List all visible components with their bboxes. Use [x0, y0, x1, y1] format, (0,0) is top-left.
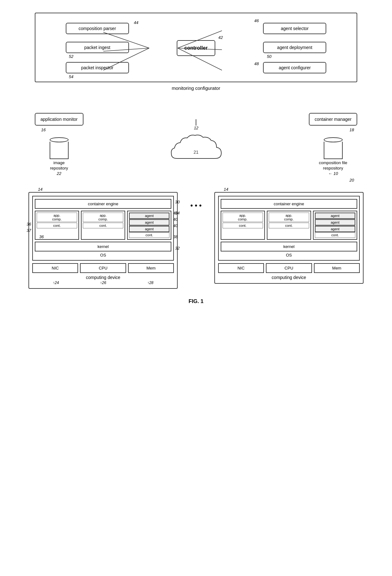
right-container-engine: container engine	[221, 199, 357, 209]
agent-box-2: agent	[129, 219, 169, 226]
ref-48: 48	[254, 61, 259, 66]
ref-54: 54	[69, 74, 73, 79]
right-device-wrapper: 14 container engine app.comp. cont.	[214, 192, 364, 284]
right-hardware-row: NIC CPU Mem	[218, 263, 360, 273]
devices-section: 14 30 container engine 34 app.comp. c	[28, 192, 364, 289]
fig-caption: FIG. 1	[22, 298, 370, 305]
app-monitor-box: application monitor	[35, 113, 83, 126]
app-comp-2: app.comp.	[83, 213, 123, 222]
image-repository: imagerepository 22	[50, 137, 69, 176]
ref-14-left: 14	[38, 187, 42, 192]
ref-14-right: 14	[224, 187, 228, 192]
left-containers-row: app.comp. cont. app.comp. cont. 40 40	[35, 211, 171, 240]
right-container-3: agent agent agent cont.	[313, 211, 357, 240]
right-computing-device-label: computing device	[218, 275, 360, 280]
packet-ingest-box: packet ingest	[66, 42, 129, 53]
agent-box-3: agent	[129, 226, 169, 232]
ref-12: 12	[194, 126, 198, 130]
left-computing-device-label: computing device	[32, 275, 174, 280]
ref-30-left: 30	[175, 200, 180, 204]
cont-2: cont.	[83, 223, 123, 228]
left-mem: Mem	[128, 263, 174, 273]
composition-file-repository: composition filerespository ← 10	[319, 137, 347, 176]
ref-16: 16	[41, 127, 46, 132]
r-agent-box-1: agent	[315, 213, 355, 219]
ref-10: ← 10	[328, 171, 338, 176]
controller-box: controller	[177, 40, 215, 56]
ref-40-1: 40	[173, 211, 178, 215]
left-kernel: kernel	[35, 242, 171, 251]
packet-inspector-box: packet inspector	[66, 62, 129, 73]
container-manager-box: container manager	[309, 113, 357, 126]
ref-38: 38	[173, 234, 178, 239]
left-hardware-row: NIC CPU Mem	[32, 263, 174, 273]
ref-20: 20	[350, 178, 354, 183]
left-container-2: app.comp. cont.	[81, 211, 125, 240]
ref-40-2: 40	[173, 217, 178, 222]
agent-selector-box: agent selector	[263, 23, 326, 34]
agent-configurer-box: agent configurer	[263, 62, 326, 73]
left-middle: application monitor 16 imagerepository 2…	[35, 110, 83, 176]
right-middle: container manager 18 composition fileres…	[309, 110, 357, 183]
ellipsis: • • •	[190, 201, 201, 210]
ref-22: 22	[57, 171, 61, 176]
app-comp-1: app.comp.	[37, 213, 77, 222]
left-os-box: 30 container engine 34 app.comp. cont.	[32, 196, 174, 261]
left-device-wrapper: 14 30 container engine 34 app.comp. c	[28, 192, 178, 289]
agent-box-1: agent	[129, 213, 169, 219]
cylinder-top-right	[324, 137, 343, 142]
r-agent-box-3: agent	[315, 226, 355, 232]
left-os-label: OS	[35, 253, 171, 257]
r-cont-1: cont.	[223, 223, 263, 228]
right-kernel: kernel	[221, 242, 357, 251]
cloud-ref-label: 21	[194, 150, 199, 155]
ref-46: 46	[254, 18, 259, 23]
composition-file-label: composition filerespository	[319, 160, 347, 171]
right-nic: NIC	[218, 263, 264, 273]
right-os-box: container engine app.comp. cont. app.com…	[218, 196, 360, 261]
cont-1: cont.	[37, 223, 77, 228]
line-to-cloud	[196, 119, 196, 126]
left-container-3: 40 40 40 agent agent agent cont. 38	[127, 211, 171, 240]
image-repo-label: imagerepository	[50, 160, 68, 171]
ref-52: 52	[69, 54, 73, 59]
ref-37-left: 37	[27, 228, 31, 233]
right-container-2: app.comp. cont.	[267, 211, 311, 240]
cylinder-top	[50, 137, 69, 142]
ref-36-left: 36	[27, 222, 31, 226]
ref-32-left: 32	[175, 246, 180, 251]
ref-44: 44	[134, 20, 138, 25]
cloud-svg: 21	[164, 132, 228, 170]
left-container-engine: container engine	[35, 199, 171, 209]
r-app-comp-1: app.comp.	[223, 213, 263, 222]
right-mem: Mem	[314, 263, 360, 273]
right-os-label: OS	[221, 253, 357, 257]
ref-28: ↑28	[147, 281, 153, 285]
r-agent-box-2: agent	[315, 219, 355, 226]
left-boxes: composition parser 44 packet ingest 52 p…	[66, 23, 129, 73]
ref-26: ↑26	[100, 281, 106, 285]
composition-parser-box: composition parser	[66, 23, 129, 34]
monitoring-configurator-box: composition parser 44 packet ingest 52 p…	[35, 13, 357, 82]
ref-20-area: 20	[350, 178, 354, 183]
agent-cont: cont.	[129, 232, 169, 238]
ref-40-3: 40	[173, 223, 178, 228]
ref-18: 18	[350, 127, 354, 132]
right-cpu: CPU	[266, 263, 312, 273]
ref-42: 42	[218, 35, 223, 40]
right-computing-device: container engine app.comp. cont. app.com…	[214, 192, 364, 284]
r-app-comp-2: app.comp.	[269, 213, 309, 222]
monitoring-configurator-label: monitoring configurator	[35, 85, 357, 91]
right-containers-row: app.comp. cont. app.comp. cont. agent	[221, 211, 357, 240]
cylinder-body	[50, 142, 69, 159]
agent-deployment-box: agent deployment	[263, 42, 326, 53]
r-cont-2: cont.	[269, 223, 309, 228]
left-computing-device: 30 container engine 34 app.comp. cont.	[28, 192, 178, 289]
r-agent-stack: agent agent agent	[315, 213, 355, 232]
right-container-1: app.comp. cont.	[221, 211, 265, 240]
ref-36-top: 36	[39, 234, 44, 239]
left-nic: NIC	[32, 263, 78, 273]
ref-24: ↑24	[53, 281, 59, 285]
agent-stack: agent agent agent	[129, 213, 169, 232]
r-agent-cont: cont.	[315, 232, 355, 238]
